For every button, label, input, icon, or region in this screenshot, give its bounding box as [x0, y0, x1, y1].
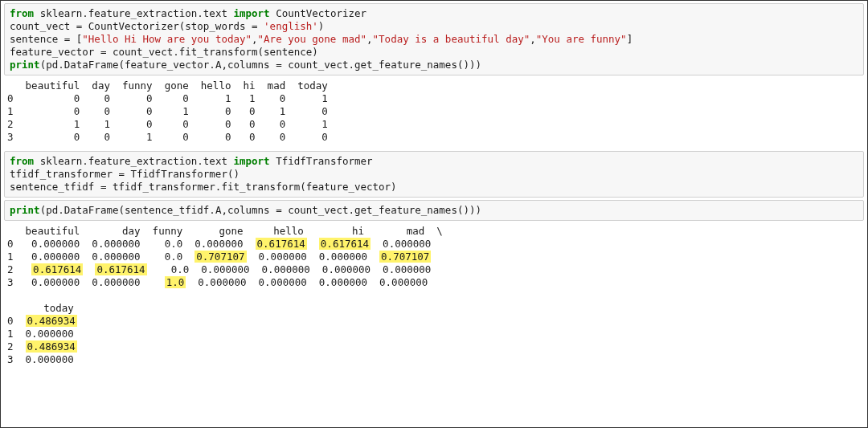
table-row: 1 0 0 0 1 0 0 1 0 — [7, 105, 328, 117]
code-cell-1[interactable]: from sklearn.feature_extraction.text imp… — [4, 3, 864, 75]
string-literal: "You are funny" — [536, 33, 627, 45]
kw-print: print — [10, 204, 40, 216]
string-literal: "Hello Hi How are you today" — [82, 33, 252, 45]
output-block-1: beautiful day funny gone hello hi mad to… — [1, 78, 867, 149]
code-text: sklearn.feature_extraction.text — [34, 155, 233, 167]
table-header: beautiful day funny gone hello hi mad \ — [7, 225, 443, 237]
string-literal: "Today is a beautiful day" — [373, 33, 530, 45]
highlight: 0.486934 — [26, 340, 77, 353]
table-row: 1 0.000000 0.000000 0.0 0.707107 0.00000… — [7, 251, 431, 263]
highlight: 0.486934 — [26, 315, 77, 327]
code-text: ] — [627, 33, 633, 45]
code-text: tfidf_transformer = TfidfTransformer() — [10, 168, 240, 180]
code-text: count_vect = CountVectorizer(stop_words … — [10, 20, 264, 32]
highlight: 0.617614 — [31, 263, 83, 275]
code-cell-2[interactable]: from sklearn.feature_extraction.text imp… — [4, 151, 864, 198]
highlight: 0.617614 — [319, 238, 371, 250]
code-cell-3[interactable]: print(pd.DataFrame(sentence_tfidf.A,colu… — [4, 200, 864, 221]
code-text: (pd.DataFrame(sentence_tfidf.A,columns =… — [40, 204, 481, 216]
code-text: sklearn.feature_extraction.text — [34, 7, 233, 19]
code-text: ) — [318, 20, 325, 32]
code-text: sentence = [ — [10, 33, 82, 45]
string-literal: "Are you gone mad" — [258, 33, 366, 45]
string-literal: 'english' — [264, 20, 318, 32]
table-row: 3 0.000000 — [7, 353, 74, 365]
table-row: 1 0.000000 — [7, 328, 74, 340]
table-row: 3 0 0 1 0 0 0 0 0 — [7, 131, 328, 143]
highlight: 0.707107 — [379, 251, 431, 263]
kw-from: from — [10, 7, 34, 19]
highlight: 0.617614 — [256, 238, 307, 250]
code-text: feature_vector = count_vect.fit_transfor… — [10, 46, 318, 58]
code-text: (pd.DataFrame(feature_vector.A,columns =… — [40, 59, 481, 71]
code-text: CountVectorizer — [270, 7, 366, 19]
kw-import: import — [233, 7, 269, 19]
table-row: 2 0.486934 — [7, 340, 77, 353]
output-block-2: beautiful day funny gone hello hi mad \ … — [1, 223, 867, 371]
table-row: 3 0.000000 0.000000 1.0 0.000000 0.00000… — [7, 276, 428, 288]
code-text: TfidfTransformer — [270, 155, 373, 167]
table-row: 2 1 1 0 0 0 0 0 1 — [7, 118, 328, 130]
highlight: 0.617614 — [95, 263, 146, 275]
code-text: sentence_tfidf = tfidf_transformer.fit_t… — [10, 181, 397, 193]
notebook-page: from sklearn.feature_extraction.text imp… — [0, 0, 868, 428]
highlight: 0.707107 — [194, 251, 246, 263]
table-row: 0 0.000000 0.000000 0.0 0.000000 0.61761… — [7, 238, 431, 250]
table-row: 2 0.617614 0.617614 0.0 0.000000 0.00000… — [7, 263, 431, 275]
table-header: today — [7, 302, 74, 314]
kw-import: import — [233, 155, 269, 167]
kw-from: from — [10, 155, 34, 167]
highlight: 1.0 — [165, 276, 186, 288]
table-row: 0 0.486934 — [7, 315, 77, 327]
table-row: 0 0 0 0 0 1 1 0 1 — [7, 92, 328, 104]
table-header: beautiful day funny gone hello hi mad to… — [7, 79, 328, 92]
kw-print: print — [10, 59, 40, 71]
